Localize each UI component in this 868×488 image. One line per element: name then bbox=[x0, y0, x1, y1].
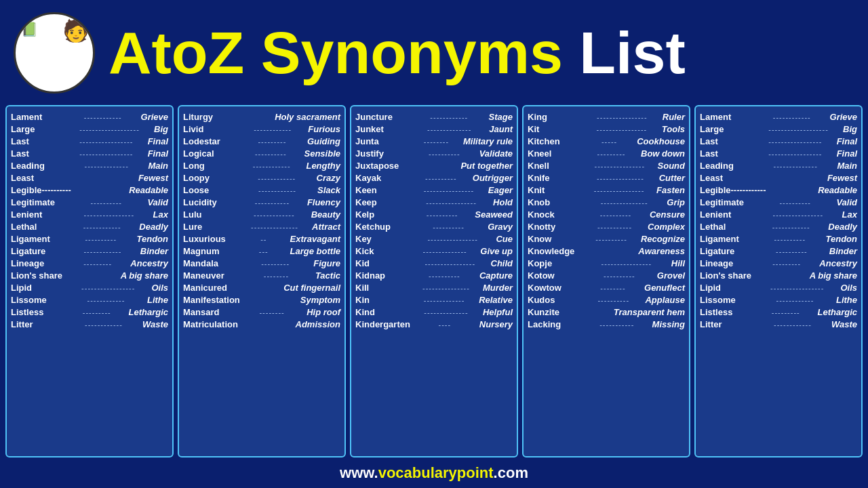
word-dots: ---------- bbox=[754, 247, 829, 256]
word-dots: -------- bbox=[410, 138, 463, 146]
word-dots: ---------------- bbox=[410, 199, 493, 207]
word-synonym: Main bbox=[148, 161, 168, 171]
word-left: Matriculation bbox=[183, 319, 238, 329]
word-left: Last bbox=[11, 148, 65, 159]
word-dots: ---------- bbox=[582, 235, 641, 243]
word-synonym: Recognize bbox=[641, 234, 685, 244]
word-left: Kunzite bbox=[528, 307, 582, 317]
word-left: Ligature bbox=[11, 246, 65, 256]
word-dots: ------------ bbox=[754, 296, 836, 304]
word-left: Kayak bbox=[355, 173, 410, 183]
word-left: Knife bbox=[528, 173, 582, 183]
word-dots: ------------- bbox=[410, 296, 479, 304]
content-area: Lament------------GrieveLarge-----------… bbox=[0, 105, 868, 458]
word-dots: -------------- bbox=[65, 162, 148, 170]
word-synonym: Slack bbox=[317, 185, 340, 195]
word-synonym: Lithe bbox=[147, 295, 168, 305]
word-row: Lipid-----------------Oils bbox=[700, 283, 857, 293]
word-synonym: Lengthy bbox=[306, 161, 340, 171]
word-synonym: Lethargic bbox=[128, 307, 168, 317]
word-left: Last bbox=[700, 148, 754, 159]
word-left: Leading bbox=[11, 161, 65, 171]
word-left: Kitchen bbox=[528, 136, 582, 146]
word-left: Luxurious bbox=[183, 234, 237, 244]
word-row: Kudos----------Applause bbox=[528, 295, 685, 305]
word-left: Lion's share bbox=[11, 270, 65, 281]
word-left: Keen bbox=[355, 185, 410, 195]
word-dots: ---------- bbox=[410, 272, 479, 280]
word-dots: ----------------- bbox=[754, 284, 840, 292]
word-row: Kick--------------Give up bbox=[355, 246, 513, 256]
word-row: Kid----------------Child bbox=[355, 258, 513, 268]
word-synonym: Waste bbox=[831, 319, 857, 329]
word-dots: --------------- bbox=[237, 223, 312, 231]
word-left: Ligament bbox=[700, 234, 754, 244]
word-row: Mandala---------Figure bbox=[183, 258, 340, 268]
word-left: Kin bbox=[355, 295, 410, 305]
word-synonym: Binder bbox=[829, 246, 857, 256]
word-left: Manicured bbox=[183, 283, 237, 293]
word-synonym: Gravy bbox=[488, 222, 513, 232]
word-dots: ---------------- bbox=[410, 235, 496, 243]
word-row: Lenient----------------Lax bbox=[700, 209, 857, 220]
word-synonym: Sensible bbox=[304, 148, 340, 159]
word-dots: ------------ bbox=[65, 113, 141, 121]
word-dots: ---------------- bbox=[582, 125, 662, 134]
word-left: Juncture bbox=[355, 112, 410, 122]
word-synonym: Readable bbox=[818, 185, 857, 195]
word-synonym: Seaweed bbox=[475, 209, 513, 220]
word-row: Lion's shareA big share bbox=[700, 270, 857, 281]
footer-highlight: vocabularypoint bbox=[378, 464, 494, 481]
word-dots: --------- bbox=[582, 150, 641, 158]
word-row: LeastFewest bbox=[700, 173, 857, 183]
word-row: Lion's shareA big share bbox=[11, 270, 168, 281]
word-synonym: Deadly bbox=[139, 222, 168, 232]
word-row: Kotow----------Grovel bbox=[528, 270, 685, 281]
word-row: Legitimate----------Valid bbox=[700, 197, 857, 207]
word-left: Lion's share bbox=[700, 270, 754, 281]
word-synonym: Valid bbox=[147, 197, 168, 207]
word-row: Long------------Lengthy bbox=[183, 161, 340, 171]
word-row: Legitimate----------Valid bbox=[11, 197, 168, 207]
word-dots: ---------------- bbox=[410, 186, 488, 195]
word-synonym: Nursery bbox=[479, 319, 513, 329]
word-dots: ------------ bbox=[237, 162, 306, 170]
word-synonym: Admission bbox=[296, 319, 340, 329]
word-synonym: A big share bbox=[121, 270, 168, 281]
word-synonym: Grieve bbox=[830, 112, 857, 122]
word-synonym: Ancestry bbox=[819, 258, 857, 268]
word-dots: ---------- bbox=[410, 211, 475, 219]
word-left: Kidnap bbox=[355, 270, 410, 281]
word-row: Junta--------Military rule bbox=[355, 136, 513, 146]
word-dots: --------- bbox=[65, 260, 130, 268]
word-row: ManifestationSymptom bbox=[183, 295, 340, 305]
word-row: Loopy------------Crazy bbox=[183, 173, 340, 183]
word-synonym: Tendon bbox=[826, 234, 857, 244]
word-left: Lenient bbox=[11, 209, 65, 220]
word-row: Kit----------------Tools bbox=[528, 124, 685, 134]
word-row: Litter------------Waste bbox=[700, 319, 857, 329]
column-col2: LiturgyHoly sacramentLivid------------Fu… bbox=[178, 105, 346, 458]
word-synonym: Extravagant bbox=[290, 234, 340, 244]
word-dots: --- bbox=[237, 247, 290, 256]
word-left: Lethal bbox=[11, 222, 65, 232]
word-left: Kneel bbox=[528, 148, 582, 159]
word-synonym: Ruler bbox=[663, 112, 685, 122]
word-synonym: Child bbox=[491, 258, 513, 268]
word-synonym: Crazy bbox=[317, 173, 340, 183]
word-synonym: Waste bbox=[142, 319, 168, 329]
word-left: Ligature bbox=[700, 246, 754, 256]
word-dots: ----------------- bbox=[754, 138, 837, 146]
word-synonym: Attract bbox=[312, 222, 340, 232]
word-synonym: Cutter bbox=[659, 173, 685, 183]
word-synonym: Sound bbox=[658, 161, 685, 171]
word-row: Leading--------------Main bbox=[11, 161, 168, 171]
word-left: Logical bbox=[183, 148, 237, 159]
word-dots: ----- bbox=[582, 138, 637, 146]
word-dots: --------- bbox=[754, 308, 817, 317]
word-row: Kin-------------Relative bbox=[355, 295, 513, 305]
logo-figure-icon: 🧑 bbox=[62, 18, 90, 43]
word-left: Lissome bbox=[11, 295, 65, 305]
word-dots: ------------ bbox=[237, 125, 308, 134]
word-row: Knotty-----------Complex bbox=[528, 222, 685, 232]
